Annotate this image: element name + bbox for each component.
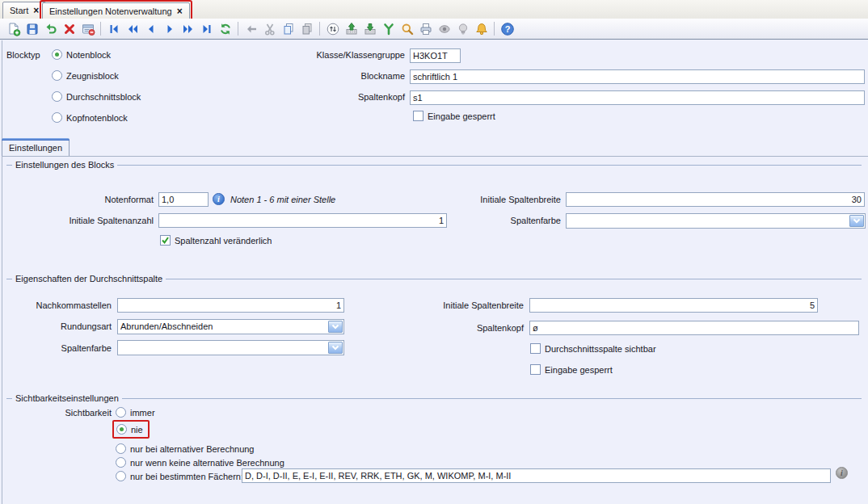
tab-einstellungen-label: Einstellungen	[9, 143, 62, 153]
radio-nie[interactable]	[116, 424, 127, 435]
main-toolbar: ?	[0, 19, 868, 40]
previous-record-icon[interactable]	[142, 20, 159, 37]
help-icon[interactable]: ?	[499, 20, 516, 37]
cut-icon[interactable]	[261, 20, 278, 37]
initiale-spaltenbreite-input[interactable]	[566, 192, 865, 207]
group-block-title: Einstellungen des Blocks	[6, 159, 862, 170]
back-icon[interactable]	[242, 20, 259, 37]
klasse-input[interactable]	[410, 48, 461, 63]
export-icon[interactable]	[361, 20, 378, 37]
tab-main-label: Einstellungen Notenverwaltung	[49, 6, 172, 16]
svg-text:?: ?	[504, 23, 510, 33]
radio-notenblock-label[interactable]: Notenblock	[66, 50, 111, 60]
tab-einstellungen-notenverwaltung[interactable]: Einstellungen Notenverwaltung ×	[42, 2, 190, 20]
spaltenfarbe-block-label: Spaltenfarbe	[453, 216, 561, 225]
undo-icon[interactable]	[42, 20, 59, 37]
radio-nur-bei-alternativer-berechnung-label[interactable]: nur bei alternativer Berechnung	[130, 444, 254, 454]
spaltenkopf-label: Spaltenkopf	[299, 92, 405, 102]
radio-zeugnisblock-label[interactable]: Zeugnisblock	[66, 71, 119, 81]
notenformat-info-icon: i	[213, 193, 225, 205]
avg-eingabe-gesperrt-checkbox[interactable]	[530, 364, 541, 375]
tab-start-close-icon[interactable]: ×	[33, 6, 39, 15]
spaltenzahl-veraenderlich-checkbox[interactable]	[160, 235, 171, 246]
tab-panel-border	[2, 156, 868, 157]
radio-notenblock[interactable]	[52, 49, 62, 60]
faecher-info-icon: i	[836, 467, 848, 479]
radio-immer[interactable]	[116, 407, 126, 418]
radio-nur-wenn-keine-alternative-berechnung[interactable]	[116, 457, 126, 468]
print-icon[interactable]	[417, 20, 434, 37]
notenformat-input[interactable]	[158, 192, 209, 207]
eingabe-gesperrt-checkbox[interactable]	[413, 111, 423, 121]
chevron-down-icon[interactable]	[328, 342, 343, 354]
notenformat-label: Notenformat	[73, 195, 154, 204]
new-record-icon[interactable]	[5, 20, 22, 37]
fast-rewind-icon[interactable]	[124, 20, 141, 37]
radio-nur-bei-bestimmten-faechern-label[interactable]: nur bei bestimmten Fächern:	[130, 472, 243, 481]
toolbar-separator	[319, 22, 320, 36]
avg-spaltenfarbe-dropdown[interactable]	[117, 340, 344, 355]
spaltenkopf-input[interactable]	[410, 90, 865, 105]
first-record-icon[interactable]	[105, 20, 122, 37]
nachkommastellen-input[interactable]	[117, 298, 344, 313]
avg-initiale-spaltenbreite-label: Initiale Spaltenbreite	[415, 300, 524, 310]
klasse-label: Klasse/Klassengruppe	[299, 50, 405, 60]
spaltenzahl-veraenderlich-label[interactable]: Spaltenzahl veränderlich	[175, 236, 272, 246]
durchschnittsspalte-sichtbar-checkbox[interactable]	[530, 343, 541, 354]
avg-spaltenfarbe-label: Spaltenfarbe	[15, 343, 112, 353]
panel-left-border	[2, 40, 2, 504]
swap-icon[interactable]	[324, 20, 341, 37]
notification-icon[interactable]	[473, 20, 490, 37]
next-record-icon[interactable]	[161, 20, 178, 37]
avg-eingabe-gesperrt-label[interactable]: Eingabe gesperrt	[545, 365, 613, 375]
spaltenfarbe-block-dropdown[interactable]	[566, 213, 866, 229]
initiale-spaltenanzahl-input[interactable]	[158, 213, 447, 228]
chevron-down-icon[interactable]	[328, 321, 343, 333]
radio-durchschnittsblock[interactable]	[52, 91, 62, 102]
initiale-spaltenbreite-label: Initiale Spaltenbreite	[453, 195, 561, 204]
chevron-down-icon[interactable]	[849, 215, 864, 227]
blockname-label: Blockname	[299, 71, 405, 81]
import-icon[interactable]	[343, 20, 360, 37]
radio-durchschnittsblock-label[interactable]: Durchschnittsblock	[66, 92, 141, 102]
radio-nur-wenn-keine-alternative-berechnung-label[interactable]: nur wenn keine alternative Berechnung	[130, 458, 284, 468]
avg-spaltenkopf-input[interactable]	[529, 321, 859, 335]
merge-icon[interactable]	[380, 20, 397, 37]
radio-immer-label[interactable]: immer	[130, 408, 155, 418]
document-tab-bar: Start × Einstellungen Notenverwaltung ×	[0, 0, 868, 19]
radio-nur-bei-alternativer-berechnung[interactable]	[116, 443, 126, 454]
radio-nur-bei-bestimmten-faechern[interactable]	[116, 471, 126, 481]
hint-icon[interactable]	[454, 20, 471, 37]
tab-main-close-icon[interactable]: ×	[177, 6, 183, 16]
durchschnittsspalte-sichtbar-label[interactable]: Durchschnittsspalte sichtbar	[545, 344, 656, 354]
notenformat-hint: Noten 1 - 6 mit einer Stelle	[230, 195, 335, 204]
group-avg-title: Eigenschaften der Durchschnittspalte	[6, 273, 862, 284]
sichtbarkeit-label: Sichtbarkeit	[32, 408, 112, 418]
last-record-icon[interactable]	[198, 20, 215, 37]
dataset-form-icon[interactable]	[79, 20, 96, 37]
radio-kopfnotenblock-label[interactable]: Kopfnotenblock	[66, 113, 128, 123]
toolbar-separator	[238, 22, 238, 36]
search-icon[interactable]	[398, 20, 415, 37]
toolbar-separator	[494, 22, 495, 36]
radio-nie-label[interactable]: nie	[131, 425, 143, 435]
delete-record-icon[interactable]	[61, 20, 78, 37]
rundungsart-label: Rundungsart	[15, 321, 112, 331]
tab-einstellungen[interactable]: Einstellungen	[2, 138, 70, 156]
rundungsart-dropdown[interactable]: Abrunden/Abschneiden	[117, 319, 344, 334]
paste-icon[interactable]	[298, 20, 315, 37]
refresh-icon[interactable]	[217, 20, 234, 37]
faecher-input[interactable]	[242, 468, 831, 483]
blockname-input[interactable]	[410, 69, 865, 84]
eingabe-gesperrt-label[interactable]: Eingabe gesperrt	[428, 111, 495, 121]
toolbar-separator	[100, 22, 101, 36]
copy-icon[interactable]	[280, 20, 297, 37]
avg-initiale-spaltenbreite-input[interactable]	[529, 298, 818, 313]
radio-kopfnotenblock[interactable]	[52, 112, 62, 123]
fast-forward-icon[interactable]	[179, 20, 196, 37]
form-area: Blocktyp Notenblock Zeugnisblock Durchsc…	[0, 40, 868, 504]
annotation-box-nie: nie	[112, 420, 150, 439]
save-icon[interactable]	[23, 20, 40, 37]
view-icon[interactable]	[436, 20, 453, 37]
radio-zeugnisblock[interactable]	[52, 70, 62, 81]
